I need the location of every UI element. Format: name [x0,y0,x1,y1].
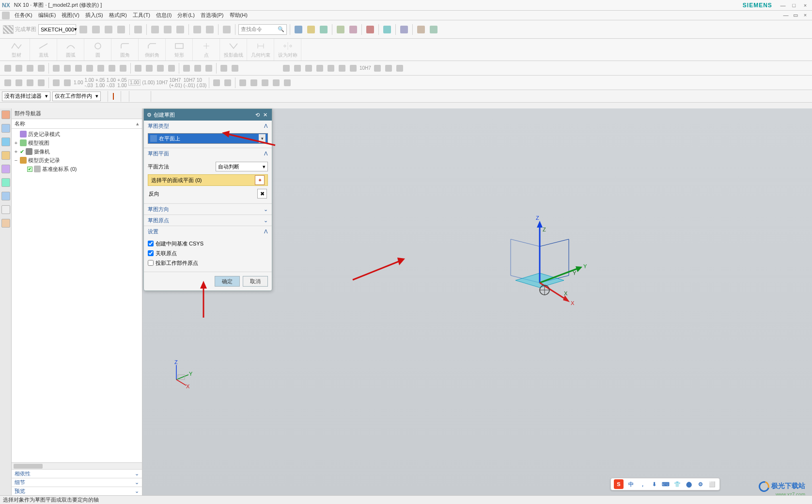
window-maximize-button[interactable]: □ [789,2,799,8]
dialog-close-icon[interactable]: ✕ [261,112,269,118]
menu-analyze[interactable]: 分析(L) [174,11,197,20]
stb-icon-9[interactable] [96,63,106,73]
stb-icon-20[interactable] [230,63,240,73]
tb-layer-icon[interactable] [293,24,304,35]
tb-paste-icon[interactable] [175,24,186,35]
rail-hd3d-icon[interactable] [1,165,10,173]
stb-icon-8[interactable] [85,63,94,73]
sketch-name-dropdown[interactable]: SKETCH_000▾ [38,24,76,35]
stb-icon-16[interactable] [182,63,191,73]
rail-browser-icon[interactable] [1,178,10,187]
ribbon-fillet[interactable]: 圆角 [111,39,139,61]
stb2-icon-1[interactable] [3,78,13,88]
ribbon-symmetric[interactable]: 设为对称 [274,39,301,61]
dialog-reset-icon[interactable]: ⟲ [253,112,261,118]
stb-icon-22[interactable] [293,63,302,73]
stb-icon-6[interactable] [62,63,72,73]
fr-icon-4[interactable] [113,93,114,99]
ribbon-chamfer[interactable]: 倒斜角 [139,39,166,61]
stb2-icon-11[interactable] [260,78,270,88]
navigator-tree[interactable]: 历史记录模式 +模型视图 +✔摄像机 −模型历史记录 ✔基准坐标系 (0) [12,129,142,462]
tree-camera[interactable]: +✔摄像机 [14,147,140,156]
menu-view[interactable]: 视图(V) [59,11,82,20]
tree-model-history[interactable]: −模型历史记录 [14,156,140,165]
ime-face-icon[interactable]: ⬤ [685,480,693,489]
mdi-close-button[interactable]: × [800,12,810,18]
stb-icon-18[interactable] [204,63,214,73]
stb-icon-7[interactable] [74,63,83,73]
ribbon-project[interactable]: 投影曲线 [220,39,247,61]
stb-icon-30[interactable] [395,63,405,73]
section-sketch-type[interactable]: 草图类型ᐱ [144,121,272,131]
menu-help[interactable]: 帮助(H) [227,11,250,20]
cb-assoc-origin[interactable]: 关联原点 [148,248,268,258]
menu-prefs[interactable]: 首选项(P) [198,11,227,20]
tb-dim-icon[interactable] [399,24,409,35]
tb-clip-icon[interactable] [348,24,359,35]
stb-icon-5[interactable] [51,63,61,73]
scope-dropdown[interactable]: 仅在工作部件内▾ [52,92,101,101]
sketch-type-dropdown[interactable]: 在平面上 ▾ [148,133,268,144]
tb-redo-icon[interactable] [204,24,215,35]
stb-icon-15[interactable] [167,63,176,73]
tb-wcs-icon[interactable] [335,24,346,35]
ime-skin-icon[interactable]: 👕 [673,480,682,489]
tb-cut-icon[interactable] [150,24,160,35]
stb2-icon-5[interactable] [51,78,61,88]
nav-detail[interactable]: 细节⌄ [12,478,142,487]
tb-undo-icon[interactable] [192,24,203,35]
stb-icon-11[interactable] [118,63,128,73]
ime-voice-icon[interactable]: ⬇ [650,480,658,489]
stb-icon-26[interactable] [337,63,347,73]
stb-icon-29[interactable] [384,63,393,73]
stb-icon-10[interactable] [107,63,117,73]
tree-datum-csys[interactable]: ✔基准坐标系 (0) [14,165,140,173]
stb-icon-14[interactable] [156,63,165,73]
rail-roles-icon[interactable] [1,219,10,228]
ime-lang-button[interactable]: 中 [626,480,635,489]
window-minimize-button[interactable]: — [778,2,788,8]
rail-part-navigator-icon[interactable] [1,110,10,119]
nav-preview[interactable]: 预览⌄ [12,487,142,495]
sogou-logo-icon[interactable]: S [614,479,624,489]
select-plane-row[interactable]: 选择平的面或平面 (0) ✦ [148,174,268,186]
ime-menu-icon[interactable]: ⬜ [708,480,717,489]
stb-icon-23[interactable] [304,63,313,73]
ribbon-line[interactable]: 直线 [30,39,57,61]
window-close-button[interactable]: × [800,2,810,8]
task-icon[interactable] [2,12,10,19]
stb-icon-28[interactable] [373,63,382,73]
mdi-minimize-button[interactable]: — [781,12,791,18]
tb-copy-icon[interactable] [162,24,173,35]
stb-icon-17[interactable] [193,63,203,73]
stb2-icon-9[interactable] [238,78,248,88]
stb-icon-12[interactable] [133,63,143,73]
stb-icon-24[interactable] [315,63,325,73]
menu-edit[interactable]: 编辑(E) [35,11,59,20]
tb-reattach-icon[interactable] [91,24,101,35]
stb-icon-13[interactable] [144,63,154,73]
ime-keyboard-icon[interactable]: ⌨ [661,480,670,489]
tb-shade-icon[interactable] [318,24,329,35]
tb-measure-icon[interactable] [365,24,375,35]
cancel-button[interactable]: 取消 [243,276,268,287]
menu-task[interactable]: 任务(K) [12,11,35,20]
navigator-column-header[interactable]: 名称▴ [12,119,142,129]
stb2-icon-4[interactable] [36,78,46,88]
menu-insert[interactable]: 插入(S) [82,11,106,20]
stb-icon-19[interactable] [219,63,229,73]
reverse-direction-button[interactable]: ✖ [257,189,267,199]
rail-info-icon[interactable] [1,192,10,200]
mdi-restore-button[interactable]: ▭ [791,12,800,18]
tb-dim3-icon[interactable] [428,24,439,35]
section-sketch-orient[interactable]: 草图方向⌄ [144,204,272,214]
rail-assembly-icon[interactable] [1,124,10,133]
rail-history-icon[interactable] [1,205,10,214]
tb-new-icon[interactable] [221,24,232,35]
stb2-icon-2[interactable] [14,78,24,88]
rail-constraint-icon[interactable] [1,137,10,146]
tb-display-icon[interactable] [116,24,126,35]
section-settings[interactable]: 设置ᐱ [144,226,272,237]
cb-project-origin[interactable]: 投影工作部件原点 [148,258,268,268]
command-search-input[interactable]: 查找命令🔍 [238,24,287,35]
